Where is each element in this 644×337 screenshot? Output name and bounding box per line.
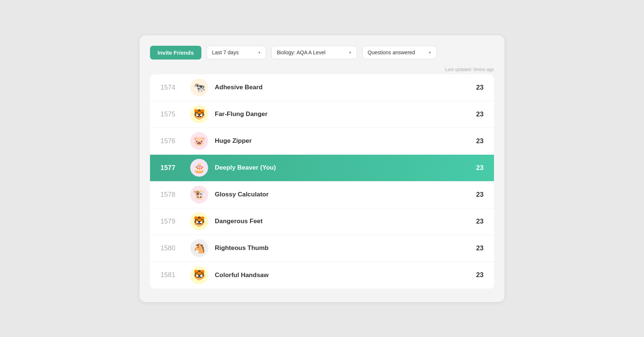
avatar: 🐷 [190,132,208,150]
time-filter-value: Last 7 days [212,49,239,55]
avatar: 🐄 [190,78,208,96]
table-row: 1577 🎂 Deeply Beaver (You) 23 [150,155,494,182]
invite-friends-button[interactable]: Invite Friends [150,46,201,60]
metric-filter-value: Questions answered [368,49,415,55]
avatar: 🎂 [190,159,208,177]
toolbar: Invite Friends Last 7 days ▾ Biology: AQ… [150,46,494,60]
avatar: 🐮 [190,186,208,203]
table-row: 1580 🐴 Righteous Thumb 23 [150,235,494,262]
subject-filter-arrow-icon: ▾ [349,50,351,55]
rank-number: 1577 [160,164,190,172]
rank-number: 1579 [160,218,190,225]
avatar: 🐯 [190,105,208,123]
metric-filter-dropdown[interactable]: Questions answered ▾ [362,46,437,59]
subject-filter-dropdown[interactable]: Biology: AQA A Level ▾ [271,46,357,59]
user-name: Glossy Calculator [215,191,469,198]
rank-number: 1574 [160,84,190,92]
table-row: 1576 🐷 Huge Zipper 23 [150,128,494,155]
score-value: 23 [469,137,484,145]
metric-filter-arrow-icon: ▾ [429,50,431,55]
time-filter-arrow-icon: ▾ [258,50,261,55]
table-row: 1574 🐄 Adhesive Beard 23 [150,74,494,101]
avatar: 🐯 [190,212,208,230]
table-row: 1581 🐯 Colorful Handsaw 23 [150,262,494,289]
table-row: 1578 🐮 Glossy Calculator 23 [150,182,494,208]
rank-number: 1580 [160,244,190,252]
rank-number: 1578 [160,191,190,199]
leaderboard-list: 1574 🐄 Adhesive Beard 23 1575 🐯 Far-Flun… [150,74,494,289]
score-value: 23 [469,84,484,92]
score-value: 23 [469,164,484,172]
user-name: Dangerous Feet [215,218,469,225]
avatar: 🐯 [190,266,208,284]
user-name: Huge Zipper [215,137,469,145]
score-value: 23 [469,218,484,225]
score-value: 23 [469,191,484,199]
time-filter-dropdown[interactable]: Last 7 days ▾ [207,46,266,59]
table-row: 1579 🐯 Dangerous Feet 23 [150,208,494,235]
user-name: Righteous Thumb [215,244,469,252]
avatar: 🐴 [190,239,208,257]
user-name: Adhesive Beard [215,84,469,91]
score-value: 23 [469,110,484,118]
rank-number: 1576 [160,137,190,145]
score-value: 23 [469,271,484,279]
last-updated-text: Last updated: 0mins ago [150,67,494,72]
score-value: 23 [469,244,484,252]
rank-number: 1581 [160,271,190,279]
table-row: 1575 🐯 Far-Flung Danger 23 [150,101,494,128]
rank-number: 1575 [160,110,190,118]
user-name: Far-Flung Danger [215,110,469,118]
user-name: Deeply Beaver (You) [215,164,469,171]
user-name: Colorful Handsaw [215,272,469,279]
leaderboard-container: Invite Friends Last 7 days ▾ Biology: AQ… [140,35,504,302]
subject-filter-value: Biology: AQA A Level [277,49,326,55]
